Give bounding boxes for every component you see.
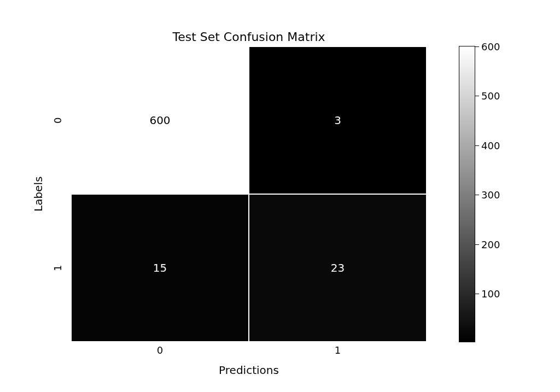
x-axis-ticks: 0 1	[71, 344, 427, 361]
confusion-matrix-chart: Test Set Confusion Matrix Labels 0 1 600…	[0, 0, 560, 392]
colorbar-tick-label: 500	[481, 90, 500, 102]
y-tick-1: 1	[49, 194, 66, 342]
colorbar-ticks: 100200300400500600	[477, 46, 515, 342]
colorbar-tickmark	[475, 46, 479, 47]
colorbar-tickmark	[475, 145, 479, 146]
heatmap-row: 1523	[71, 194, 427, 342]
x-tick-0: 0	[71, 344, 249, 361]
heatmap-row: 6003	[71, 46, 427, 194]
colorbar-tick-label: 100	[481, 288, 500, 300]
heatmap-cell-1-0: 15	[71, 194, 249, 342]
y-axis-label: Labels	[32, 46, 45, 342]
x-axis-label: Predictions	[71, 364, 427, 377]
colorbar-tickmark	[475, 294, 479, 294]
chart-title: Test Set Confusion Matrix	[71, 30, 427, 44]
colorbar	[459, 46, 475, 342]
colorbar-tick-label: 200	[481, 238, 500, 250]
colorbar-tick-label: 300	[481, 189, 500, 201]
heatmap-grid: 60031523	[71, 46, 427, 342]
colorbar-tick-label: 600	[481, 41, 500, 52]
colorbar-tickmark	[475, 96, 479, 96]
heatmap-cell-1-1: 23	[249, 194, 427, 342]
y-tick-0: 0	[49, 46, 66, 194]
heatmap-cell-0-1: 3	[249, 46, 427, 194]
colorbar-tickmark	[475, 195, 479, 195]
y-axis-ticks: 0 1	[49, 46, 66, 342]
heatmap-cell-0-0: 600	[71, 46, 249, 194]
colorbar-tickmark	[475, 244, 479, 245]
x-tick-1: 1	[249, 344, 427, 361]
colorbar-tick-label: 400	[481, 139, 500, 151]
